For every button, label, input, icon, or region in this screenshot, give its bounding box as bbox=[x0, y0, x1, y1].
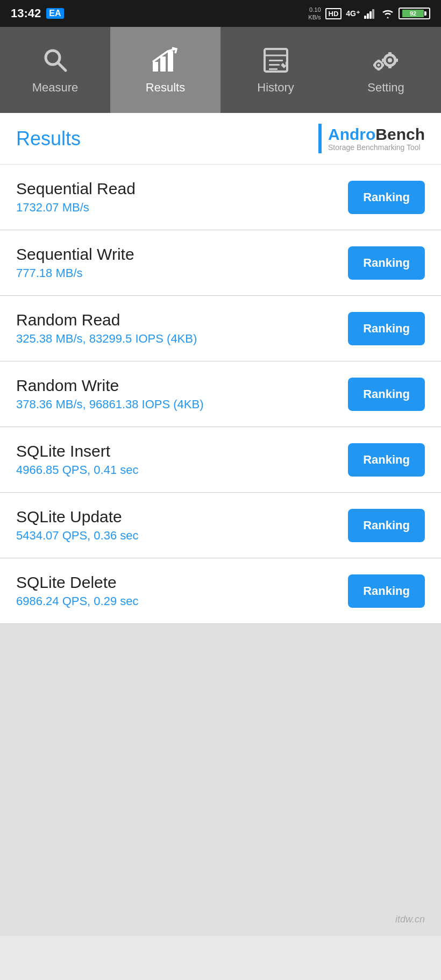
benchmark-info: Random Write 378.36 MB/s, 96861.38 IOPS … bbox=[16, 377, 204, 411]
benchmark-name: Random Read bbox=[16, 311, 197, 329]
benchmark-name: Sequential Write bbox=[16, 245, 134, 264]
svg-rect-1 bbox=[367, 13, 369, 19]
benchmark-info: SQLite Insert 4966.85 QPS, 0.41 sec bbox=[16, 442, 139, 477]
brand-name-part2: Bench bbox=[375, 125, 425, 143]
network-speed: 0.10 KB/s bbox=[308, 6, 321, 22]
svg-rect-18 bbox=[388, 52, 392, 55]
benchmark-info: SQLite Update 5434.07 QPS, 0.36 sec bbox=[16, 508, 139, 543]
benchmark-name: Sequential Read bbox=[16, 180, 136, 198]
benchmark-info: Sequential Read 1732.07 MB/s bbox=[16, 180, 136, 215]
ranking-button[interactable]: Ranking bbox=[348, 378, 425, 411]
tab-setting[interactable]: Setting bbox=[331, 27, 441, 113]
benchmark-info: Random Read 325.38 MB/s, 83299.5 IOPS (4… bbox=[16, 311, 197, 346]
ranking-button[interactable]: Ranking bbox=[348, 246, 425, 280]
brand-logo: AndroBench Storage Benchmarking Tool bbox=[318, 124, 425, 153]
footer-area: itdw.cn bbox=[0, 624, 441, 936]
chart-icon bbox=[151, 46, 180, 75]
benchmark-value: 1732.07 MB/s bbox=[16, 201, 136, 215]
brand-name-part1: Andro bbox=[328, 125, 375, 143]
benchmark-name: Random Write bbox=[16, 377, 204, 395]
wifi-icon bbox=[381, 8, 394, 19]
tab-results-label: Results bbox=[146, 81, 185, 95]
hd-badge: HD bbox=[325, 8, 342, 19]
status-bar: 13:42 EA 0.10 KB/s HD 4G⁺ 92 bbox=[0, 0, 441, 27]
benchmark-row: Sequential Write 777.18 MB/s Ranking bbox=[0, 230, 441, 296]
svg-rect-8 bbox=[168, 51, 173, 72]
svg-rect-26 bbox=[373, 64, 375, 67]
svg-rect-6 bbox=[153, 62, 158, 72]
svg-point-17 bbox=[388, 58, 392, 62]
benchmark-info: Sequential Write 777.18 MB/s bbox=[16, 245, 134, 280]
tab-measure[interactable]: Measure bbox=[0, 27, 110, 113]
brand-bar bbox=[318, 124, 322, 153]
tab-history[interactable]: History bbox=[220, 27, 331, 113]
benchmark-row: SQLite Insert 4966.85 QPS, 0.41 sec Rank… bbox=[0, 427, 441, 493]
history-icon bbox=[261, 46, 290, 75]
page-title: Results bbox=[16, 127, 81, 150]
svg-rect-7 bbox=[160, 56, 166, 72]
svg-point-23 bbox=[378, 64, 380, 67]
benchmark-value: 325.38 MB/s, 83299.5 IOPS (4KB) bbox=[16, 332, 197, 346]
benchmark-value: 777.18 MB/s bbox=[16, 266, 134, 280]
benchmark-value: 5434.07 QPS, 0.36 sec bbox=[16, 529, 139, 543]
benchmark-row: Random Write 378.36 MB/s, 96861.38 IOPS … bbox=[0, 361, 441, 427]
watermark: itdw.cn bbox=[395, 914, 425, 925]
search-icon bbox=[40, 46, 70, 75]
brand-name: AndroBench bbox=[328, 125, 425, 143]
benchmark-info: SQLite Delete 6986.24 QPS, 0.29 sec bbox=[16, 573, 139, 608]
ea-icon: EA bbox=[46, 8, 63, 19]
benchmark-row: Random Read 325.38 MB/s, 83299.5 IOPS (4… bbox=[0, 296, 441, 361]
benchmark-list: Sequential Read 1732.07 MB/s Ranking Seq… bbox=[0, 165, 441, 624]
svg-rect-21 bbox=[395, 59, 398, 62]
svg-line-5 bbox=[58, 63, 66, 70]
tab-setting-label: Setting bbox=[367, 81, 404, 95]
benchmark-row: Sequential Read 1732.07 MB/s Ranking bbox=[0, 165, 441, 230]
svg-rect-19 bbox=[388, 65, 392, 68]
gear-icon bbox=[371, 46, 401, 75]
tab-results[interactable]: Results bbox=[110, 27, 220, 113]
svg-rect-24 bbox=[378, 60, 380, 62]
benchmark-value: 6986.24 QPS, 0.29 sec bbox=[16, 594, 139, 608]
ranking-button[interactable]: Ranking bbox=[348, 443, 425, 477]
svg-rect-2 bbox=[369, 11, 372, 19]
ranking-button[interactable]: Ranking bbox=[348, 574, 425, 608]
brand-text: AndroBench Storage Benchmarking Tool bbox=[328, 125, 425, 152]
battery-icon: 92 bbox=[399, 8, 430, 19]
ranking-button[interactable]: Ranking bbox=[348, 181, 425, 214]
benchmark-row: SQLite Delete 6986.24 QPS, 0.29 sec Rank… bbox=[0, 558, 441, 624]
benchmark-row: SQLite Update 5434.07 QPS, 0.36 sec Rank… bbox=[0, 493, 441, 558]
svg-rect-25 bbox=[378, 68, 380, 70]
results-header: Results AndroBench Storage Benchmarking … bbox=[0, 113, 441, 165]
svg-rect-12 bbox=[269, 64, 280, 66]
brand-subtitle: Storage Benchmarking Tool bbox=[328, 143, 425, 152]
svg-rect-20 bbox=[382, 59, 385, 62]
network-type-icon: 4G⁺ bbox=[346, 9, 360, 18]
svg-marker-14 bbox=[281, 63, 286, 68]
tab-navigation: Measure Results bbox=[0, 27, 441, 113]
ranking-button[interactable]: Ranking bbox=[348, 312, 425, 345]
ranking-button[interactable]: Ranking bbox=[348, 509, 425, 542]
benchmark-value: 378.36 MB/s, 96861.38 IOPS (4KB) bbox=[16, 397, 204, 411]
benchmark-name: SQLite Insert bbox=[16, 442, 139, 460]
benchmark-name: SQLite Update bbox=[16, 508, 139, 526]
benchmark-value: 4966.85 QPS, 0.41 sec bbox=[16, 463, 139, 477]
svg-rect-3 bbox=[372, 9, 374, 19]
svg-rect-27 bbox=[382, 64, 384, 67]
tab-measure-label: Measure bbox=[32, 81, 79, 95]
svg-rect-13 bbox=[269, 68, 278, 70]
svg-rect-0 bbox=[364, 16, 366, 19]
battery-level: 92 bbox=[410, 10, 416, 17]
benchmark-name: SQLite Delete bbox=[16, 573, 139, 592]
svg-rect-11 bbox=[269, 60, 283, 61]
signal-icon bbox=[364, 8, 377, 19]
tab-history-label: History bbox=[257, 81, 294, 95]
status-time: 13:42 bbox=[11, 6, 41, 20]
